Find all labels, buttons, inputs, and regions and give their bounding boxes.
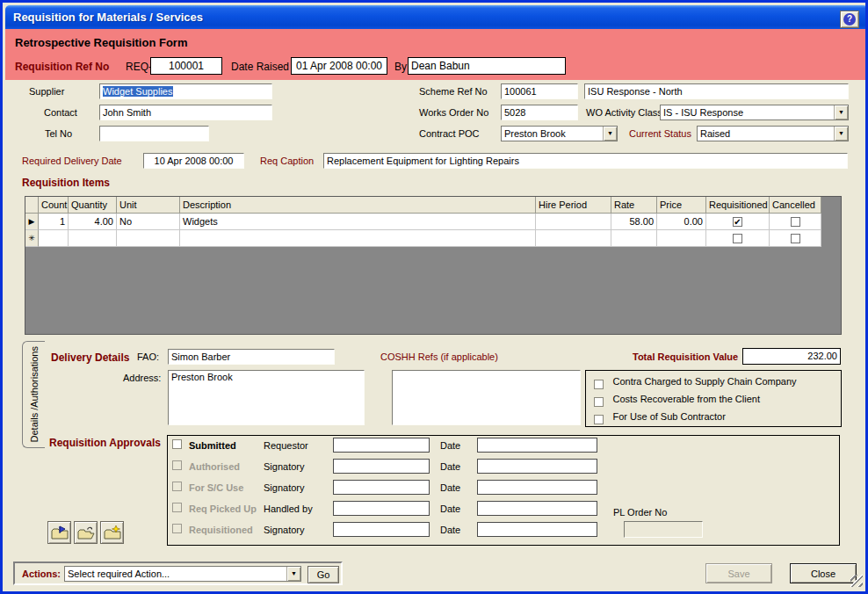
- wo-activity-combo[interactable]: IS - ISU Response ▼: [660, 105, 849, 120]
- scheme-ref-field[interactable]: 100061: [501, 83, 578, 99]
- col-quantity[interactable]: Quantity: [69, 197, 117, 214]
- coshh-field[interactable]: [392, 370, 581, 425]
- scheme-ref-label: Scheme Ref No: [419, 86, 488, 97]
- submitted-date-field[interactable]: [477, 438, 597, 453]
- cell-description[interactable]: Widgets: [180, 214, 536, 230]
- cell-description[interactable]: [180, 230, 536, 247]
- req-caption-label: Req Caption: [260, 156, 314, 166]
- req-caption-field[interactable]: Replacement Equipment for Lighting Repai…: [323, 153, 848, 169]
- sc-use-date-field[interactable]: [477, 480, 597, 495]
- tab-details-authorisations[interactable]: Details /Authorisations: [22, 341, 45, 448]
- actions-combo[interactable]: Select required Action... ▼: [64, 566, 301, 582]
- contract-poc-label: Contract POC: [419, 128, 479, 139]
- contra-charged-checkbox[interactable]: [594, 380, 604, 389]
- help-icon: ?: [843, 13, 856, 25]
- authorised-date-field[interactable]: [477, 459, 597, 474]
- by-field[interactable]: Dean Babun: [408, 57, 566, 75]
- col-cancelled[interactable]: Cancelled: [770, 197, 821, 214]
- flag-row: Costs Recoverable from the Client: [594, 394, 760, 409]
- wo-activity-dropdown-button[interactable]: ▼: [834, 105, 848, 120]
- cell-unit[interactable]: No: [117, 214, 180, 230]
- go-button[interactable]: Go: [307, 566, 339, 583]
- sc-use-signatory-field[interactable]: [333, 480, 430, 495]
- requisitioned-date-field[interactable]: [477, 522, 597, 537]
- handled-by-label: Handled by: [264, 503, 313, 514]
- costs-recoverable-checkbox[interactable]: [594, 397, 604, 407]
- cell-requisitioned: [706, 230, 770, 247]
- requisitioned-signatory-field[interactable]: [333, 522, 430, 537]
- cell-price[interactable]: 0.00: [657, 214, 706, 230]
- new-row-indicator-icon[interactable]: ✳: [25, 230, 39, 247]
- date-label: Date: [440, 461, 460, 472]
- fao-field[interactable]: Simon Barber: [168, 349, 335, 365]
- works-order-field[interactable]: 5028: [501, 105, 578, 120]
- scheme-name-field[interactable]: ISU Response - North: [584, 83, 849, 99]
- cell-quantity[interactable]: 4.00: [69, 214, 117, 230]
- window-title: Requisition for Materials / Services: [13, 11, 203, 24]
- cell-count[interactable]: [39, 230, 69, 247]
- cancelled-checkbox[interactable]: [791, 234, 800, 243]
- approvals-label: Requisition Approvals: [49, 437, 161, 449]
- costs-recoverable-label: Costs Recoverable from the Client: [612, 394, 760, 404]
- authorised-label: Authorised: [189, 461, 240, 472]
- sub-contractor-label: For Use of Sub Contractor: [612, 411, 725, 422]
- col-count[interactable]: Count: [39, 197, 69, 214]
- open-folder-button[interactable]: [74, 521, 98, 544]
- cell-hire-period[interactable]: [536, 230, 611, 247]
- grid-corner-cell: [25, 197, 39, 214]
- current-row-indicator-icon[interactable]: ▶: [25, 214, 39, 230]
- requisitioned-checkbox[interactable]: ✔: [733, 217, 742, 227]
- new-row[interactable]: ✳: [25, 230, 841, 247]
- table-row[interactable]: ▶ 1 4.00 No Widgets 58.00 0.00 ✔: [25, 214, 841, 230]
- handled-by-field[interactable]: [333, 501, 430, 516]
- date-label: Date: [440, 482, 460, 493]
- cell-rate[interactable]: 58.00: [611, 214, 657, 230]
- resize-grip[interactable]: [850, 575, 863, 587]
- actions-dropdown-button[interactable]: ▼: [286, 567, 300, 581]
- requestor-name-field[interactable]: [333, 438, 430, 453]
- contract-poc-dropdown-button[interactable]: ▼: [603, 127, 617, 141]
- current-status-combo[interactable]: Raised ▼: [697, 126, 849, 141]
- items-grid[interactable]: Count Quantity Unit Description Hire Per…: [25, 196, 842, 335]
- cell-rate[interactable]: [611, 230, 657, 247]
- sub-contractor-checkbox[interactable]: [594, 415, 604, 424]
- cell-hire-period[interactable]: [536, 214, 611, 230]
- chevron-down-icon: ▼: [291, 570, 297, 576]
- delivery-date-field[interactable]: 10 Apr 2008 00:00: [143, 153, 244, 169]
- new-folder-button[interactable]: [100, 521, 124, 544]
- col-requisitioned[interactable]: Requisitioned: [706, 197, 770, 214]
- current-status-dropdown-button[interactable]: ▼: [834, 127, 848, 141]
- cell-count[interactable]: 1: [39, 214, 69, 230]
- approval-row-submitted: Submitted Requestor Date: [167, 438, 840, 457]
- contact-field[interactable]: John Smith: [99, 105, 272, 120]
- fao-label: FAO:: [137, 351, 159, 362]
- col-price[interactable]: Price: [657, 197, 706, 214]
- goto-folder-button[interactable]: [47, 521, 71, 544]
- authorised-signatory-field[interactable]: [333, 459, 430, 474]
- req-ref-label: Requisition Ref No: [15, 61, 109, 73]
- picked-up-date-field[interactable]: [477, 501, 597, 516]
- col-hire-period[interactable]: Hire Period: [536, 197, 611, 214]
- requestor-label: Requestor: [264, 440, 308, 451]
- cell-unit[interactable]: [117, 230, 180, 247]
- req-number-field[interactable]: 100001: [150, 57, 222, 75]
- requisitioned-checkbox[interactable]: [733, 234, 742, 243]
- address-field[interactable]: Preston Brook: [168, 370, 365, 425]
- date-raised-field[interactable]: 01 Apr 2008 00:00: [291, 57, 387, 75]
- col-description[interactable]: Description: [180, 197, 536, 214]
- submitted-checkbox[interactable]: [172, 439, 182, 449]
- cell-price[interactable]: [657, 230, 706, 247]
- close-button[interactable]: Close: [790, 563, 857, 583]
- cell-quantity[interactable]: [69, 230, 117, 247]
- supplier-field[interactable]: Widget Supplies: [99, 83, 272, 99]
- cancelled-checkbox[interactable]: [791, 217, 800, 227]
- help-button[interactable]: ?: [840, 11, 859, 28]
- col-rate[interactable]: Rate: [611, 197, 657, 214]
- supplier-selected-text: Widget Supplies: [103, 86, 173, 97]
- contract-poc-combo[interactable]: Preston Brook ▼: [501, 126, 618, 141]
- flag-row: Contra Charged to Supply Chain Company: [594, 376, 797, 392]
- telno-field[interactable]: [99, 126, 209, 141]
- col-unit[interactable]: Unit: [117, 197, 180, 214]
- coshh-label: COSHH Refs (if applicable): [380, 351, 498, 362]
- pl-order-label: PL Order No: [613, 507, 667, 518]
